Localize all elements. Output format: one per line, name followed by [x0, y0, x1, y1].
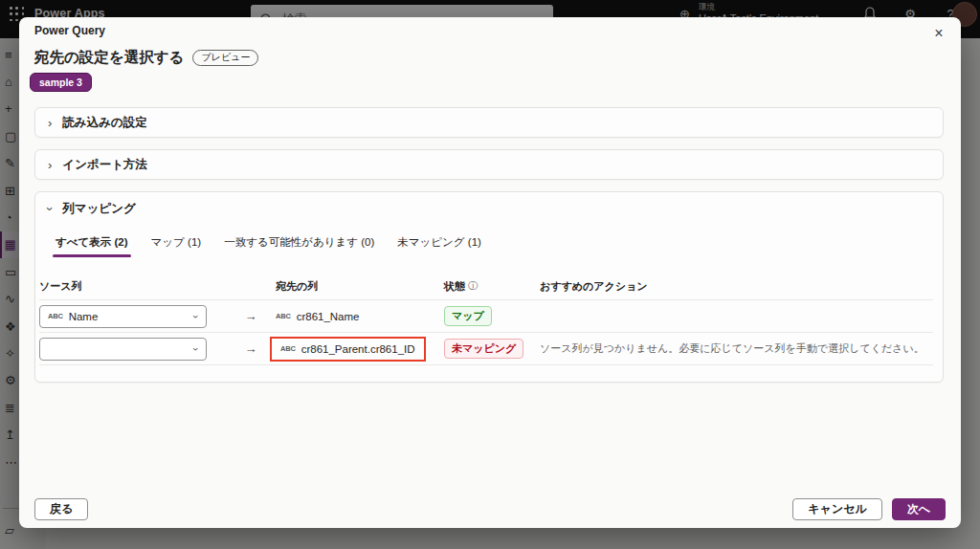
- recommended-action: ソース列が見つかりません。必要に応じてソース列を手動で選択してください。: [540, 341, 933, 356]
- source-column-dropdown[interactable]: ABC Name ›: [39, 305, 207, 328]
- destination-column: ABC cr861_Name: [276, 311, 444, 322]
- table-row: ABC Name › → ABC cr861_Name マップ: [39, 300, 933, 333]
- status-badge: 未マッピング: [444, 339, 523, 359]
- col-header-destination: 宛先の列: [276, 279, 444, 294]
- accordion-load-settings[interactable]: › 読み込みの設定: [34, 107, 944, 138]
- power-apps-screen: Power Apps ⊕ 環境 UserA Test's Environment…: [0, 0, 980, 549]
- tab-unmapped[interactable]: 未マッピング (1): [394, 233, 484, 257]
- text-type-icon: ABC: [48, 312, 63, 320]
- preview-badge: プレビュー: [192, 50, 258, 67]
- power-query-dialog: Power Query × 宛先の設定を選択する プレビュー sample 3 …: [19, 17, 961, 528]
- destination-table-badge[interactable]: sample 3: [30, 73, 92, 92]
- back-button[interactable]: 戻る: [34, 498, 88, 520]
- next-button[interactable]: 次へ: [892, 498, 946, 520]
- section-column-mapping: › 列マッピング すべて表示 (2) マップ (1) 一致する可能性があります …: [34, 191, 944, 383]
- chevron-down-icon: ›: [190, 315, 202, 318]
- cancel-button[interactable]: キャンセル: [792, 498, 881, 520]
- source-column-dropdown[interactable]: ›: [39, 338, 207, 361]
- tab-possible-matches[interactable]: 一致する可能性があります (0): [221, 233, 377, 257]
- accordion-column-mapping[interactable]: › 列マッピング: [48, 201, 136, 217]
- col-header-status: 状態 ⓘ: [444, 279, 540, 294]
- arrow-icon: →: [226, 309, 276, 323]
- tab-mapped[interactable]: マップ (1): [148, 233, 205, 257]
- text-type-icon: ABC: [280, 344, 296, 353]
- col-header-source: ソース列: [39, 279, 226, 294]
- heading-text: 宛先の設定を選択する: [34, 48, 184, 68]
- tab-show-all[interactable]: すべて表示 (2): [53, 233, 131, 257]
- red-highlight-box: ABC cr861_Parent.cr861_ID: [270, 337, 426, 362]
- chevron-right-icon: ›: [48, 117, 52, 129]
- info-icon[interactable]: ⓘ: [468, 279, 478, 293]
- text-type-icon: ABC: [276, 312, 291, 320]
- table-row: › → ABC cr861_Parent.cr861_ID 未マッピング ソース…: [39, 333, 933, 365]
- chevron-down-icon: ›: [190, 347, 202, 351]
- destination-column: ABC cr861_Parent.cr861_ID: [276, 337, 444, 362]
- close-icon[interactable]: ×: [926, 21, 951, 46]
- mapping-filter-tabs: すべて表示 (2) マップ (1) 一致する可能性があります (0) 未マッピン…: [53, 233, 484, 257]
- accordion-label: インポート方法: [62, 157, 147, 173]
- mapping-table: ソース列 宛先の列 状態 ⓘ おすすめのアクション ABC: [39, 273, 933, 365]
- chevron-down-icon: ›: [44, 207, 56, 210]
- table-header-row: ソース列 宛先の列 状態 ⓘ おすすめのアクション: [39, 273, 933, 300]
- accordion-import-method[interactable]: › インポート方法: [34, 149, 944, 180]
- arrow-icon: →: [226, 341, 276, 356]
- chevron-right-icon: ›: [48, 159, 52, 171]
- col-header-action: おすすめのアクション: [540, 279, 933, 294]
- destination-column-value: cr861_Name: [297, 311, 360, 322]
- dialog-title: Power Query: [34, 24, 105, 37]
- destination-column-value: cr861_Parent.cr861_ID: [301, 343, 415, 355]
- accordion-label: 読み込みの設定: [62, 115, 146, 131]
- dialog-heading: 宛先の設定を選択する プレビュー: [34, 48, 258, 68]
- status-badge: マップ: [444, 306, 492, 326]
- accordion-label: 列マッピング: [62, 201, 135, 217]
- source-column-value: Name: [69, 311, 99, 322]
